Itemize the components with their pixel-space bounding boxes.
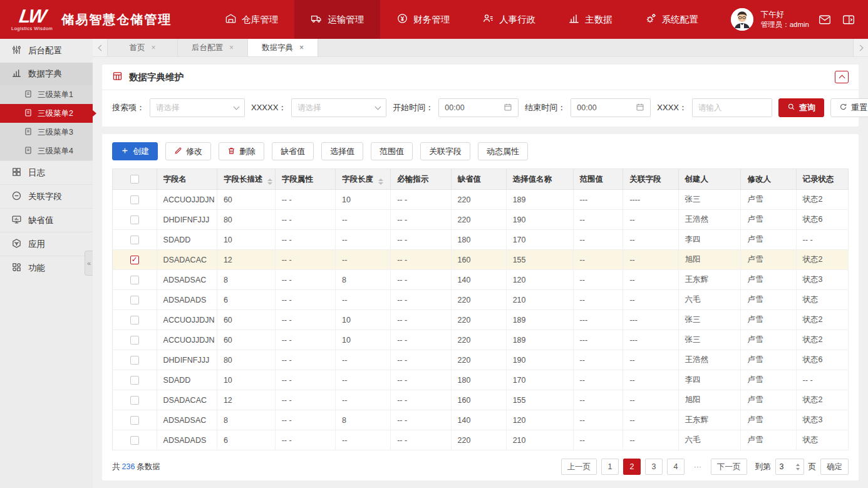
next-page-button[interactable]: 下一页 [711,459,747,475]
page-button-1[interactable]: 1 [601,459,619,475]
page-ellipsis[interactable]: ··· [689,459,706,475]
edit-button[interactable]: 修改 [165,142,211,160]
close-icon[interactable]: × [299,43,304,52]
table-row[interactable]: ADSADSAC8-- -8-- -140120----王东辉卢雪状态3 [113,410,849,430]
sidebar-item-data-dictionary[interactable]: 数据字典 [0,63,93,85]
close-icon[interactable]: × [229,43,234,52]
end-time-value[interactable] [577,103,627,112]
col-field-attr[interactable]: 字段属性 [275,169,335,190]
table-row[interactable]: ACCUOJJDJN60-- -10-- -220189-------张三卢雪状… [113,190,849,210]
table-row[interactable]: ADSADSAC8-- -8-- -140120----王东辉卢雪状态3 [113,270,849,290]
nav-item-hr[interactable]: 人事行政 [466,0,552,39]
sidebar-item-submenu-1[interactable]: 三级菜单1 [0,85,93,104]
sidebar-item-default-values[interactable]: 缺省值 [0,208,93,232]
tab-data-dictionary[interactable]: 数据字典 × [248,39,318,56]
table-row[interactable]: SDADD10-- ----- -180170----李四卢雪-- - [113,230,849,250]
mail-icon[interactable] [817,13,833,26]
logout-icon[interactable] [840,13,857,26]
confirm-button[interactable]: 确定 [820,459,849,475]
row-checkbox[interactable] [130,396,139,405]
delete-button[interactable]: 删除 [219,142,264,160]
sidebar-item-submenu-4[interactable]: 三级菜单4 [0,142,93,160]
sidebar-item-applications[interactable]: 应用 [0,232,93,256]
goto-page-input[interactable]: 3 [775,459,804,475]
col-related[interactable]: 关联字段 [623,169,678,190]
sidebar-item-submenu-3[interactable]: 三级菜单3 [0,123,93,142]
start-time-input[interactable] [438,98,519,117]
start-time-value[interactable] [445,103,495,112]
row-checkbox[interactable] [130,336,139,345]
dynamic-attribute-button[interactable]: 动态属性 [478,142,528,160]
avatar[interactable] [731,8,753,31]
prev-page-button[interactable]: 上一页 [561,459,597,475]
sort-icon[interactable] [378,179,383,185]
xxxxx-select[interactable]: 请选择 [291,98,386,117]
table-cell: 189 [506,310,573,330]
xxxx-input[interactable] [692,98,772,117]
row-checkbox[interactable] [130,296,139,304]
nav-item-masterdata[interactable]: 主数据 [552,0,629,39]
sidebar-item-submenu-2[interactable]: 三级菜单2 [0,104,93,123]
tab-backend-config[interactable]: 后台配置 × [178,39,248,56]
row-checkbox[interactable] [130,316,139,324]
row-checkbox[interactable] [130,236,139,244]
col-creator[interactable]: 创建人 [678,169,741,190]
col-modifier[interactable]: 修改人 [741,169,796,190]
row-checkbox[interactable] [130,376,139,385]
col-field-name[interactable]: 字段名 [157,169,217,190]
tab-home[interactable]: 首页 × [108,39,178,56]
select-all-checkbox[interactable] [130,175,139,184]
sidebar-item-logs[interactable]: 日志 [0,160,93,184]
nav-item-sysconfig[interactable]: 系统配置 [629,0,715,39]
nav-item-transport[interactable]: 运输管理 [294,0,380,39]
row-checkbox[interactable] [130,436,139,445]
close-icon[interactable]: × [151,43,155,52]
nav-item-finance[interactable]: 财务管理 [380,0,466,39]
range-value-button[interactable]: 范围值 [371,142,413,160]
table-row[interactable]: DSADACAC12-- ----- -160155----旭阳卢雪状态2 [113,390,849,410]
spinner-icon[interactable] [796,464,800,470]
table-row[interactable]: ACCUOJJDJN60-- -10-- -220189------张三卢雪状态… [113,310,849,330]
table-row[interactable]: SDADD10-- ----- -180170----李四卢雪-- - [113,370,849,390]
row-checkbox[interactable] [130,195,139,204]
col-range[interactable]: 范围值 [573,169,623,190]
row-checkbox[interactable] [130,356,139,365]
col-required[interactable]: 必输指示 [391,169,451,190]
table-row[interactable]: ADSADADS6-- ----- -220210----六毛卢雪状态 [113,430,849,450]
col-field-desc[interactable]: 字段长描述 [217,169,275,190]
select-value-button[interactable]: 选择值 [321,142,363,160]
page-button-4[interactable]: 4 [667,459,685,475]
tabs-scroll-left-icon[interactable] [93,39,108,56]
search-item-select[interactable]: 请选择 [150,98,245,117]
end-time-input[interactable] [571,98,651,117]
col-status[interactable]: 记录状态 [796,169,848,190]
reset-button[interactable]: 重置 [830,98,868,117]
table-row[interactable]: ACCUOJJDJN60-- -10-- -220189------张三卢雪状态… [113,330,849,350]
sidebar-item-related-fields[interactable]: 关联字段 [0,184,93,208]
query-button[interactable]: 查询 [778,98,824,117]
row-checkbox[interactable] [130,276,139,284]
page-button-3[interactable]: 3 [645,459,663,475]
page-button-2[interactable]: 2 [623,459,641,475]
row-checkbox[interactable] [130,215,139,224]
default-value-button[interactable]: 缺省值 [272,142,314,160]
xxxx-value[interactable] [698,103,766,112]
col-select-name[interactable]: 选择值名称 [506,169,573,190]
table-row[interactable]: DSADACAC12-- ----- -160155----旭阳卢雪状态2 [113,250,849,270]
table-row[interactable]: DHDIFNFJJJ80-- ----- -220190----王浩然卢雪状态6 [113,210,849,230]
table-row[interactable]: ADSADADS6-- ----- -220210----六毛卢雪状态 [113,290,849,310]
col-default[interactable]: 缺省值 [451,169,506,190]
panel-collapse-button[interactable] [835,71,849,83]
nav-item-warehouse[interactable]: 仓库管理 [209,0,294,39]
col-field-length[interactable]: 字段长度 [336,169,391,190]
create-button[interactable]: 创建 [112,142,158,160]
sidebar-item-functions[interactable]: 功能 [0,256,93,279]
row-checkbox[interactable] [130,416,139,425]
tabs-scroll-right-icon[interactable] [853,39,868,56]
sidebar-item-backend-config[interactable]: 后台配置 [0,39,93,63]
sort-icon[interactable] [267,179,272,185]
related-field-button[interactable]: 关联字段 [420,142,470,160]
sidebar-collapse-handle[interactable]: « [85,251,93,276]
row-checkbox[interactable] [130,256,139,264]
table-row[interactable]: DHDIFNFJJJ80-- ----- -220190----王浩然卢雪状态6 [113,350,849,370]
